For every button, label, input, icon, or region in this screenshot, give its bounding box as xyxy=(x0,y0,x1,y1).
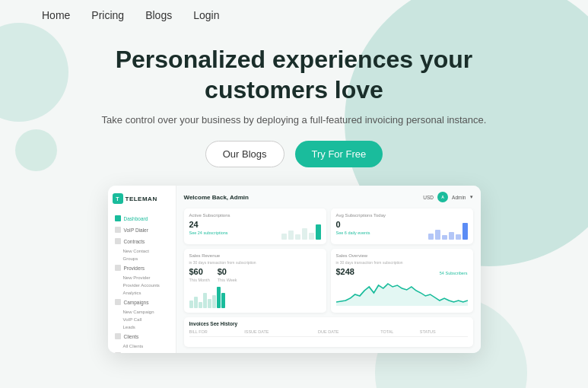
nav-home[interactable]: Home xyxy=(42,9,70,21)
dash-logo-text: TELEMAN xyxy=(126,196,157,202)
dash-logo-icon: T xyxy=(113,193,123,204)
invoice-col-issue: ISSUE DATE xyxy=(244,329,318,337)
dash-sub-all-clients[interactable]: All Clients xyxy=(113,342,171,350)
dash-card-overview: Sales Overview in 30 days transaction fr… xyxy=(331,249,473,313)
dash-card-revenue: Sales Revenue in 30 days transaction fro… xyxy=(184,249,326,313)
dash-sub-new-campaign[interactable]: New Campaign xyxy=(113,308,171,316)
overview-line-chart xyxy=(336,279,468,306)
bar-b6 xyxy=(462,223,468,240)
active-subs-sub: See 24 subscriptions xyxy=(189,231,228,235)
nav-pricing[interactable]: Pricing xyxy=(91,9,124,21)
bar-b4 xyxy=(449,232,454,240)
bar-b2 xyxy=(435,230,440,240)
dashboard-preview: T TELEMAN Dashboard VoIP Dialer Contract… xyxy=(108,186,481,353)
dash-nav-providers[interactable]: Providers xyxy=(113,262,171,273)
overview-values: $248 54 Subscribers xyxy=(336,267,468,276)
sp1 xyxy=(189,301,193,308)
dash-chevron-icon: ▾ xyxy=(470,194,473,200)
overview-title: Sales Overview xyxy=(336,253,468,258)
avg-subs-value: 0 xyxy=(336,220,370,229)
dash-nav-voip[interactable]: VoIP Dialer xyxy=(113,224,171,235)
hero-heading-line2: customers love xyxy=(205,76,383,103)
bar1 xyxy=(281,234,287,240)
sp7 xyxy=(217,287,221,308)
dash-sub-leads[interactable]: Leads xyxy=(113,323,171,331)
bar-b5 xyxy=(456,234,461,240)
hero-section: Personalized experiences your customers … xyxy=(0,30,588,178)
dash-icon-providers xyxy=(115,265,121,271)
avg-subs-sub: See 6 daily events xyxy=(336,231,370,235)
dash-topbar: Welcome Back, Admin USD A Admin ▾ xyxy=(184,192,473,202)
revenue-this-month: $60 xyxy=(189,267,210,276)
dash-sub-analytics[interactable]: Analytics xyxy=(113,289,171,297)
sp2 xyxy=(194,297,198,308)
dash-nav-campaigns[interactable]: Campaigns xyxy=(113,297,171,307)
dash-main: Welcome Back, Admin USD A Admin ▾ Active… xyxy=(176,186,481,353)
sp5 xyxy=(208,299,211,308)
bar2 xyxy=(288,231,294,240)
dash-icon-contracts xyxy=(115,238,121,244)
dash-invoice: Invoices See History BILL FOR ISSUE DATE… xyxy=(184,317,473,347)
hero-heading: Personalized experiences your customers … xyxy=(15,44,573,105)
dash-sub-new-contact[interactable]: New Contact xyxy=(113,247,171,255)
dash-cards-row2: Sales Revenue in 30 days transaction fro… xyxy=(184,249,473,313)
dash-topbar-right: USD A Admin ▾ xyxy=(423,192,472,202)
dash-welcome: Welcome Back, Admin xyxy=(184,194,249,201)
dash-currency: USD xyxy=(423,195,434,200)
dash-nav-contracts[interactable]: Contracts xyxy=(113,236,171,246)
bar4 xyxy=(302,228,307,240)
dash-sub-new-provider[interactable]: New Provider xyxy=(113,274,171,281)
overview-value: $248 xyxy=(336,267,354,276)
dash-cards-row1: Active Subscriptions 24 See 24 subscript… xyxy=(184,208,473,244)
bar6 xyxy=(316,224,321,240)
overview-subscribers: 54 Subscribers xyxy=(440,271,468,275)
overview-sub: in 30 days transaction from subscription xyxy=(336,260,468,265)
bar5 xyxy=(309,233,314,240)
dash-logo: T TELEMAN xyxy=(113,192,171,205)
dash-avatar: A xyxy=(437,192,448,202)
hero-subtext: Take control over your business by deplo… xyxy=(15,114,573,126)
navbar: Home Pricing Blogs Login xyxy=(0,0,588,30)
bar-b3 xyxy=(442,235,447,240)
revenue-next-week: $0 xyxy=(218,267,237,276)
sp6 xyxy=(212,295,216,308)
bar-b1 xyxy=(428,234,434,240)
revenue-sparkline xyxy=(189,285,321,308)
revenue-next-week-label: This Week xyxy=(218,278,237,282)
dash-nav-dashboard[interactable]: Dashboard xyxy=(113,213,171,224)
dash-sub-voip-call[interactable]: VoIP Call xyxy=(113,316,171,323)
invoice-title: Invoices See History xyxy=(189,321,468,326)
invoice-row-empty xyxy=(189,337,468,343)
avg-subs-title: Avg Subscriptions Today xyxy=(336,213,468,218)
dash-card-avg-subs: Avg Subscriptions Today 0 See 6 daily ev… xyxy=(331,208,473,244)
dash-nav-order[interactable]: Order & Invoice xyxy=(113,350,171,353)
dash-sub-provider-accounts[interactable]: Provider Accounts xyxy=(113,281,171,289)
bar3 xyxy=(295,234,300,240)
invoice-col-status: STATUS xyxy=(420,329,468,337)
invoice-table: BILL FOR ISSUE DATE DUE DATE TOTAL STATU… xyxy=(189,329,468,343)
dash-nav-clients[interactable]: Clients xyxy=(113,331,171,342)
hero-heading-line1: Personalized experiences your xyxy=(116,46,473,73)
sp8 xyxy=(221,293,225,308)
active-subs-chart xyxy=(281,223,321,240)
blogs-button[interactable]: Our Blogs xyxy=(205,141,284,167)
dash-icon-dashboard xyxy=(115,215,121,221)
invoice-col-total: TOTAL xyxy=(380,329,420,337)
dash-icon-order xyxy=(115,352,121,353)
nav-login[interactable]: Login xyxy=(193,9,219,21)
active-subs-title: Active Subscriptions xyxy=(189,213,321,218)
dash-admin-label: Admin xyxy=(452,195,466,200)
invoice-col-due: DUE DATE xyxy=(318,329,380,337)
revenue-this-month-label: This Month xyxy=(189,278,210,282)
revenue-title: Sales Revenue xyxy=(189,253,321,258)
nav-blogs[interactable]: Blogs xyxy=(145,9,172,21)
sp4 xyxy=(203,293,207,308)
dash-icon-voip xyxy=(115,227,121,233)
dash-icon-clients xyxy=(115,333,121,339)
dash-sidebar: T TELEMAN Dashboard VoIP Dialer Contract… xyxy=(108,186,176,353)
try-free-button[interactable]: Try For Free xyxy=(295,141,383,167)
dash-sub-groups[interactable]: Groups xyxy=(113,255,171,262)
sp3 xyxy=(199,302,202,308)
revenue-sub: in 30 days transaction from subscription xyxy=(189,260,321,265)
revenue-values: $60 This Month $0 This Week xyxy=(189,267,321,282)
